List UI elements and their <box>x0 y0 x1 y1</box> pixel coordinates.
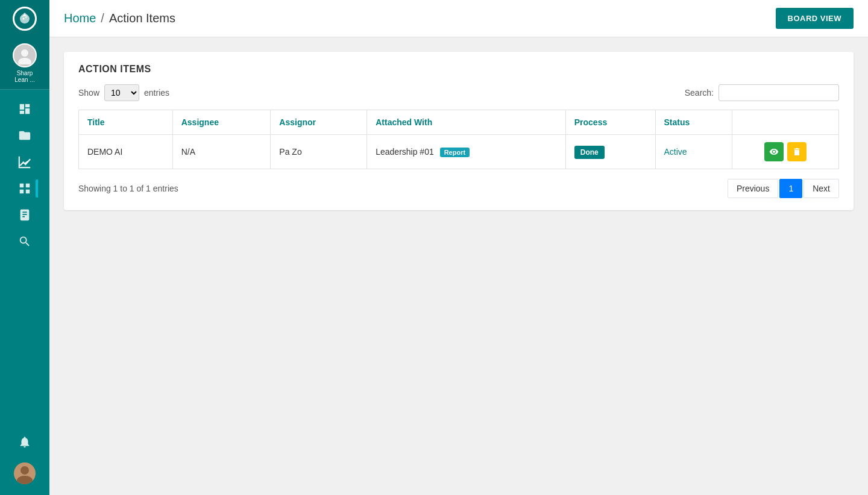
pagination-row: Showing 1 to 1 of 1 entries Previous 1 N… <box>78 179 839 198</box>
delete-button[interactable] <box>787 142 807 161</box>
notification-bell[interactable] <box>13 430 37 454</box>
sidebar-navigation <box>11 90 38 430</box>
breadcrumb-current: Action Items <box>109 11 175 25</box>
sidebar-item-grid[interactable] <box>11 176 38 201</box>
col-assignee: Assignee <box>172 110 271 135</box>
sidebar-user-name: SharpLean ... <box>14 70 34 83</box>
user-profile-button[interactable] <box>13 461 37 485</box>
svg-point-5 <box>20 466 29 475</box>
sidebar-item-dashboard[interactable] <box>11 97 38 121</box>
report-badge: Report <box>440 148 470 157</box>
svg-point-0 <box>23 18 25 20</box>
cell-assignor: Pa Zo <box>271 135 367 169</box>
breadcrumb: Home / Action Items <box>64 11 175 25</box>
svg-point-2 <box>21 49 28 57</box>
sidebar-user-avatar <box>13 43 37 67</box>
sidebar-user-section: SharpLean ... <box>0 37 49 90</box>
cell-attached-with: Leadership #01 Report <box>367 135 566 169</box>
logo-icon[interactable] <box>13 7 37 31</box>
active-indicator <box>36 179 38 198</box>
sidebar: SharpLean ... <box>0 0 49 495</box>
svg-point-1 <box>25 17 27 18</box>
board-view-button[interactable]: BOARD VIEW <box>776 8 854 29</box>
col-assignor: Assignor <box>271 110 367 135</box>
breadcrumb-home[interactable]: Home <box>64 11 96 25</box>
sidebar-bottom <box>13 430 37 495</box>
show-label: Show <box>78 88 99 98</box>
col-title: Title <box>79 110 173 135</box>
cell-process: Done <box>565 135 655 169</box>
col-process: Process <box>565 110 655 135</box>
col-status: Status <box>655 110 732 135</box>
search-control: Search: <box>685 84 839 101</box>
topbar: Home / Action Items BOARD VIEW <box>49 0 868 37</box>
pagination-buttons: Previous 1 Next <box>728 179 839 198</box>
process-badge: Done <box>574 146 605 159</box>
table-controls: Show 10 25 50 100 entries Search: <box>78 84 839 101</box>
main-content: Home / Action Items BOARD VIEW ACTION IT… <box>49 0 868 495</box>
cell-assignee: N/A <box>172 135 271 169</box>
previous-button[interactable]: Previous <box>728 179 778 198</box>
sidebar-item-folder[interactable] <box>11 123 38 148</box>
content-area: ACTION ITEMS Show 10 25 50 100 entries S… <box>49 37 868 495</box>
entries-label: entries <box>144 88 169 98</box>
table-row: DEMO AI N/A Pa Zo Leadership #01 Report … <box>79 135 839 169</box>
show-entries-control: Show 10 25 50 100 entries <box>78 84 169 101</box>
status-value: Active <box>664 147 687 157</box>
sidebar-item-search[interactable] <box>11 229 38 254</box>
breadcrumb-separator: / <box>101 11 104 25</box>
card-title: ACTION ITEMS <box>78 64 839 75</box>
col-attached-with: Attached With <box>367 110 566 135</box>
cell-actions <box>732 135 839 169</box>
sidebar-item-book[interactable] <box>11 203 38 227</box>
profile-avatar <box>14 462 36 484</box>
svg-point-3 <box>18 58 31 64</box>
search-input[interactable] <box>719 84 839 101</box>
action-items-table: Title Assignee Assignor Attached With Pr… <box>78 110 839 169</box>
sidebar-item-chart[interactable] <box>11 150 38 174</box>
action-items-card: ACTION ITEMS Show 10 25 50 100 entries S… <box>64 52 854 210</box>
cell-title: DEMO AI <box>79 135 173 169</box>
next-button[interactable]: Next <box>804 179 839 198</box>
cell-status: Active <box>655 135 732 169</box>
entries-select[interactable]: 10 25 50 100 <box>104 84 139 101</box>
search-label: Search: <box>685 88 714 98</box>
sidebar-logo-area <box>0 0 49 37</box>
col-actions <box>732 110 839 135</box>
pagination-info: Showing 1 to 1 of 1 entries <box>78 184 178 193</box>
view-button[interactable] <box>764 142 784 161</box>
page-1-button[interactable]: 1 <box>779 179 802 198</box>
